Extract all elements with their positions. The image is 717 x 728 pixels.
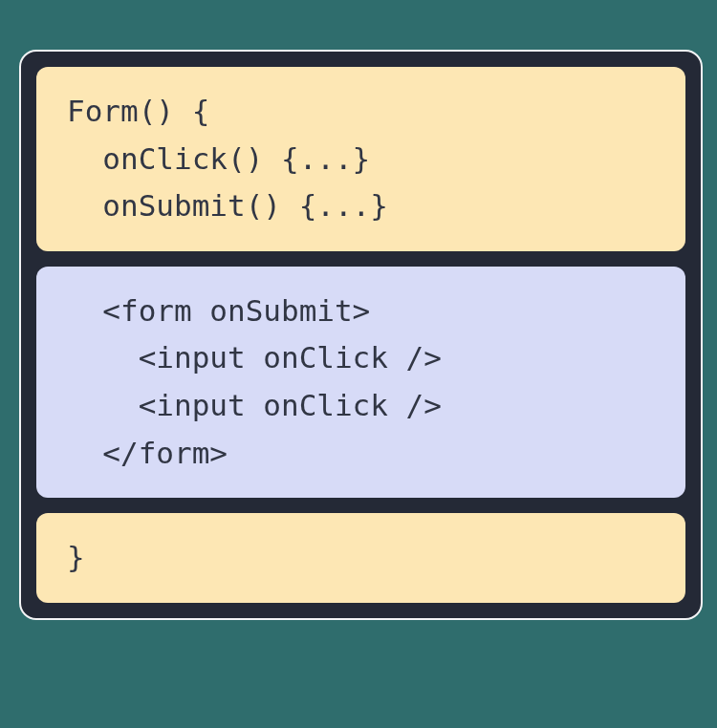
code-line: <form onSubmit> [67, 288, 655, 335]
code-line: <input onClick /> [67, 334, 655, 382]
code-line: onClick() {...} [67, 136, 655, 183]
code-block-function-header: Form() { onClick() {...} onSubmit() {...… [36, 67, 685, 251]
code-line: } [67, 534, 655, 582]
code-block-jsx-body: <form onSubmit> <input onClick /> <input… [36, 267, 685, 498]
code-block-function-footer: } [36, 513, 685, 603]
code-line: onSubmit() {...} [67, 182, 655, 230]
code-line: Form() { [67, 88, 655, 136]
code-line: </form> [67, 430, 655, 478]
code-diagram-frame: Form() { onClick() {...} onSubmit() {...… [19, 50, 703, 620]
code-line: <input onClick /> [67, 382, 655, 430]
